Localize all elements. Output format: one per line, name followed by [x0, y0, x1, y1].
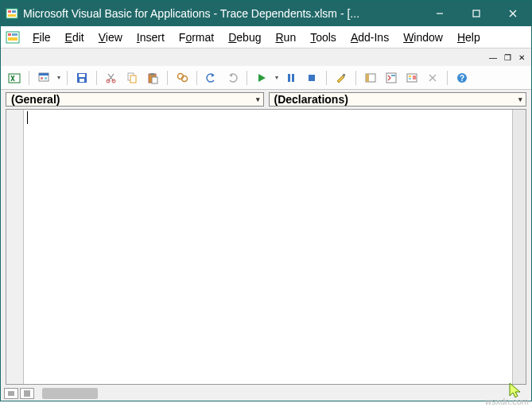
redo-icon [226, 72, 239, 84]
chevron-down-icon: ▾ [256, 95, 260, 103]
code-pane [6, 109, 526, 385]
mdi-minimize-button[interactable]: — [487, 51, 499, 64]
menu-window[interactable]: Window [397, 29, 449, 46]
break-icon [285, 72, 297, 83]
mdi-restore-button[interactable]: ❐ [501, 51, 514, 64]
find-button[interactable] [173, 69, 191, 87]
cut-button[interactable] [103, 69, 120, 87]
object-browser-button[interactable] [403, 69, 421, 87]
menu-help[interactable]: Help [451, 29, 487, 46]
paste-icon [146, 72, 159, 84]
svg-rect-40 [413, 76, 416, 79]
close-icon [509, 10, 517, 17]
svg-rect-16 [45, 77, 47, 79]
svg-rect-18 [79, 74, 85, 77]
properties-icon [385, 72, 398, 84]
bottom-bar [1, 386, 531, 401]
menu-insert[interactable]: Insert [130, 29, 171, 46]
toolbox-button[interactable] [424, 69, 441, 87]
menu-view[interactable]: View [92, 29, 129, 46]
menu-edit[interactable]: Edit [59, 29, 91, 46]
svg-rect-12 [9, 74, 20, 83]
full-view-icon [23, 390, 31, 397]
vertical-scrollbar[interactable] [512, 110, 526, 384]
menu-file[interactable]: FFileile [26, 29, 57, 46]
help-icon: ? [456, 72, 468, 84]
copy-button[interactable] [123, 69, 141, 87]
excel-app-icon[interactable] [6, 30, 20, 45]
svg-rect-2 [12, 10, 16, 13]
redo-button[interactable] [223, 69, 241, 87]
reset-icon [306, 72, 317, 83]
svg-text:?: ? [460, 74, 464, 83]
svg-rect-23 [130, 76, 136, 83]
menu-tools[interactable]: Tools [304, 29, 343, 46]
find-icon [176, 72, 188, 84]
procedure-view-icon [7, 390, 15, 397]
run-icon [256, 72, 267, 83]
run-button[interactable] [253, 69, 270, 87]
design-icon [335, 72, 348, 84]
maximize-icon [472, 10, 480, 17]
close-button[interactable] [495, 1, 531, 26]
svg-rect-1 [8, 10, 11, 13]
svg-rect-29 [288, 74, 290, 82]
menu-addins[interactable]: Add-Ins [344, 29, 395, 46]
menu-format[interactable]: Format [173, 29, 220, 46]
svg-rect-39 [409, 78, 411, 79]
svg-rect-5 [473, 10, 480, 17]
break-button[interactable] [282, 69, 300, 87]
chevron-down-icon: ▾ [518, 95, 522, 103]
svg-rect-25 [150, 73, 154, 76]
project-icon [364, 72, 377, 84]
save-button[interactable] [73, 69, 91, 87]
svg-rect-15 [41, 77, 43, 79]
menu-debug[interactable]: Debug [222, 29, 267, 46]
full-module-view-button[interactable] [20, 388, 34, 399]
vba-app-icon [6, 7, 18, 20]
menu-run[interactable]: Run [269, 29, 302, 46]
svg-rect-38 [409, 76, 411, 77]
svg-rect-3 [8, 14, 16, 17]
toolbar: ▾ ▾ [1, 66, 531, 90]
mdi-controls: — ❐ ✕ [487, 51, 528, 64]
toolbox-icon [426, 72, 439, 84]
maximize-button[interactable] [458, 1, 495, 26]
combo-row: (General) ▾ (Declarations) ▾ [1, 90, 531, 109]
properties-button[interactable] [382, 69, 400, 87]
procedure-combo[interactable]: (Declarations) ▾ [269, 92, 527, 107]
undo-button[interactable] [203, 69, 220, 87]
save-icon [76, 72, 88, 84]
svg-rect-26 [152, 77, 157, 83]
run-dropdown[interactable]: ▾ [274, 74, 279, 81]
paste-button[interactable] [144, 69, 161, 87]
insert-dropdown[interactable]: ▾ [56, 74, 61, 81]
window-buttons [421, 1, 531, 26]
help-button[interactable]: ? [453, 69, 471, 87]
svg-rect-31 [309, 75, 315, 81]
view-excel-button[interactable] [6, 69, 23, 87]
insert-button[interactable] [35, 69, 52, 87]
undo-icon [205, 72, 218, 84]
reset-button[interactable] [303, 69, 320, 87]
object-combo[interactable]: (General) ▾ [6, 92, 264, 107]
horizontal-scrollbar[interactable] [42, 388, 138, 399]
svg-rect-9 [8, 33, 11, 36]
svg-rect-32 [343, 74, 345, 76]
copy-icon [126, 72, 138, 84]
code-margin [6, 110, 24, 384]
svg-rect-10 [12, 33, 17, 36]
minimize-button[interactable] [421, 1, 458, 26]
project-explorer-button[interactable] [362, 69, 379, 87]
cut-icon [105, 72, 118, 84]
mdi-close-button[interactable]: ✕ [515, 51, 528, 64]
code-editor[interactable] [24, 110, 512, 384]
design-mode-button[interactable] [332, 69, 350, 87]
minimize-icon [436, 10, 444, 17]
vba-window: Microsoft Visual Basic for Applications … [0, 0, 532, 401]
object-combo-value: (General) [11, 93, 60, 106]
svg-rect-11 [8, 37, 17, 41]
procedure-view-button[interactable] [4, 388, 18, 399]
svg-rect-35 [386, 73, 396, 83]
svg-rect-34 [366, 74, 369, 82]
